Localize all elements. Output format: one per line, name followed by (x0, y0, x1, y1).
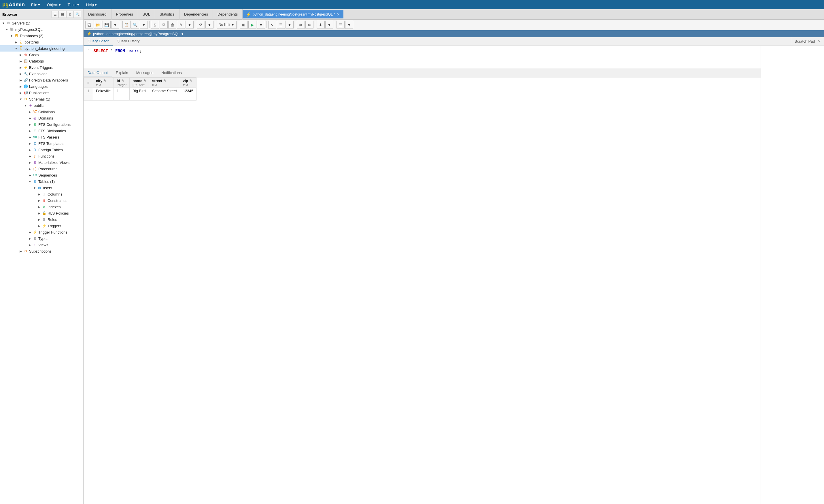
tree-triggers[interactable]: ▶ ⚡ Triggers (0, 223, 83, 229)
toolbar-save-btn[interactable]: 💾 (103, 21, 111, 29)
tree-sequences[interactable]: ▶ 1.3 Sequences (0, 172, 83, 178)
triggers-icon: ⚡ (41, 223, 47, 228)
tree-event-triggers[interactable]: ▶ ⚡ Event Triggers (0, 64, 83, 71)
toolbar-find-btn[interactable]: 🔍 (131, 21, 139, 29)
toolbar-copy-btn[interactable]: ⎘ (151, 21, 159, 29)
toolbar-edit-btn[interactable]: ✎ (177, 21, 185, 29)
toolbar-grid-btn[interactable]: ⊞ (240, 21, 248, 29)
tree-catalogs[interactable]: ▶ 📋 Catalogs (0, 58, 83, 64)
toolbar-paste-btn[interactable]: 📋 (122, 21, 130, 29)
tree-trigger-functions[interactable]: ▶ ⚡ Trigger Functions (0, 229, 83, 235)
toolbar-listview-dropdown-btn[interactable]: ▼ (286, 21, 294, 29)
tree-fts-dictionaries[interactable]: ▶ ⊟ FTS Dictionaries (0, 128, 83, 134)
tree-foreign-data-wrappers[interactable]: ▶ 🔗 Foreign Data Wrappers (0, 77, 83, 83)
toolbar-macro3-dropdown-btn[interactable]: ▼ (345, 21, 353, 29)
toolbar-macro1-btn[interactable]: ⊕ (297, 21, 305, 29)
catalogs-icon: 📋 (23, 58, 28, 64)
tree-functions[interactable]: ▶ ƒ Functions (0, 153, 83, 159)
toolbar-save-dropdown-btn[interactable]: ▼ (111, 21, 119, 29)
toolbar-open-file-btn[interactable]: 📂 (94, 21, 102, 29)
toolbar-copy2-btn[interactable]: ⧉ (160, 21, 168, 29)
tab-dependents[interactable]: Dependents (213, 9, 242, 20)
toolbar-filter-dropdown-btn[interactable]: ▼ (205, 21, 213, 29)
tree-python-db[interactable]: ▼ 🗄 python_dataengineering (0, 45, 83, 51)
th-street: street ✎ text (149, 78, 180, 88)
menu-tools[interactable]: Tools ▾ (65, 1, 82, 8)
tree-constraints[interactable]: ▶ ⊕ Constraints (0, 197, 83, 204)
tree-fts-configurations[interactable]: ▶ ⊞ FTS Configurations (0, 121, 83, 128)
toolbar-run-btn[interactable]: ▶ (248, 21, 256, 29)
toolbar-macro2-btn[interactable]: ⊗ (305, 21, 313, 29)
toolbar-no-limit-select[interactable]: No limit ▼ (217, 21, 236, 29)
tree-fts-parsers[interactable]: ▶ Aa FTS Parsers (0, 134, 83, 140)
menu-object[interactable]: Object ▾ (44, 1, 64, 8)
tree-servers[interactable]: ▼ 🖥 Servers (1) (0, 20, 83, 26)
data-tab-messages[interactable]: Messages (132, 69, 157, 77)
code-editor[interactable]: 1 SELECT * FROM users; (84, 46, 760, 69)
tab-sql[interactable]: SQL (138, 9, 155, 20)
path-bar-arrow[interactable]: ▾ (182, 32, 184, 36)
tree-mypostgresql[interactable]: ▼ 🐘 myPostgresSQL (0, 26, 83, 32)
col-name-edit-icon[interactable]: ✎ (143, 79, 146, 83)
tree-public-schema[interactable]: ▼ ◈ public (0, 102, 83, 109)
tree-postgres-db[interactable]: ▶ 🗄 postgres (0, 39, 83, 45)
tree-views[interactable]: ▶ ⊞ Views (0, 242, 83, 248)
tree-procedures[interactable]: ▶ { } Procedures (0, 165, 83, 172)
toolbar-download-dropdown-btn[interactable]: ▼ (325, 21, 333, 29)
tree-databases[interactable]: ▼ 🗄 Databases (2) (0, 32, 83, 39)
tree-subscriptions[interactable]: ▶ ⚙ Subscriptions (0, 248, 83, 254)
data-tab-notifications[interactable]: Notifications (157, 69, 186, 77)
toolbar-find-dropdown-btn[interactable]: ▼ (140, 21, 148, 29)
sidebar-grid-btn[interactable]: ⊞ (59, 11, 66, 18)
toolbar-run-dropdown-btn[interactable]: ▼ (257, 21, 265, 29)
editor-tab-query[interactable]: Query Editor (84, 37, 113, 45)
col-city-edit-icon[interactable]: ✎ (103, 79, 106, 83)
tree-types[interactable]: ▶ ⊞ Types (0, 235, 83, 242)
tree-rls-policies[interactable]: ▶ 🔒 RLS Policies (0, 210, 83, 216)
toolbar-cursor-btn[interactable]: ↖ (268, 21, 276, 29)
menu-help[interactable]: Help ▾ (83, 1, 100, 8)
tab-properties[interactable]: Properties (111, 9, 138, 20)
tree-indexes[interactable]: ▶ ⊗ Indexes (0, 204, 83, 210)
toolbar-listview-btn[interactable]: ☰ (277, 21, 285, 29)
tree-collations[interactable]: ▶ AZ Collations (0, 109, 83, 115)
tab-dashboard[interactable]: Dashboard (84, 9, 111, 20)
sidebar-copy-btn[interactable]: ⧉ (67, 11, 74, 18)
tree-rules[interactable]: ▶ ⊞ Rules (0, 216, 83, 223)
toolbar-macro3-btn[interactable]: ☰ (336, 21, 344, 29)
query-tab[interactable]: ⚡ python_dataengineering/postgres@myPost… (242, 10, 343, 18)
code-content[interactable]: SELECT * FROM users; (93, 49, 756, 66)
sidebar-list-btn[interactable]: ☰ (51, 11, 59, 18)
tree-schemas[interactable]: ▼ ⚙ Schemas (1) (0, 96, 83, 102)
tab-statistics[interactable]: Statistics (155, 9, 180, 20)
col-id-edit-icon[interactable]: ✎ (121, 79, 124, 83)
tree-casts[interactable]: ▶ ⊕ Casts (0, 51, 83, 58)
editor-tab-history[interactable]: Query History (113, 37, 143, 45)
tree-tables[interactable]: ▼ ⊞ Tables (1) (0, 178, 83, 184)
tree-publications[interactable]: ▶ 📢 Publications (0, 90, 83, 96)
toolbar-edit-dropdown-btn[interactable]: ▼ (186, 21, 194, 29)
toolbar-save-file-btn[interactable] (85, 21, 93, 29)
toolbar-download-btn[interactable]: ⬇ (317, 21, 325, 29)
toolbar-delete-btn[interactable]: 🗑 (168, 21, 176, 29)
tree-foreign-tables[interactable]: ▶ 🗋 Foreign Tables (0, 147, 83, 153)
tree-users-table[interactable]: ▼ ⊞ users (0, 184, 83, 191)
tab-dependencies[interactable]: Dependencies (180, 9, 213, 20)
col-city-type: text (96, 83, 111, 87)
scratch-pad-close-btn[interactable]: × (818, 39, 821, 44)
tree-columns[interactable]: ▶ ⊞ Columns (0, 191, 83, 197)
sidebar-search-btn[interactable]: 🔍 (74, 11, 81, 18)
menu-file[interactable]: File ▾ (28, 1, 43, 8)
data-tab-explain[interactable]: Explain (112, 69, 132, 77)
tree-fts-templates[interactable]: ▶ ⊠ FTS Templates (0, 140, 83, 147)
toolbar-filter-btn[interactable]: ⚗ (197, 21, 205, 29)
col-street-edit-icon[interactable]: ✎ (163, 79, 166, 83)
tree-extensions[interactable]: ▶ 🔧 Extensions (0, 71, 83, 77)
tree-materialized-views[interactable]: ▶ ⊞ Materialized Views (0, 159, 83, 165)
tree-languages[interactable]: ▶ 🌐 Languages (0, 83, 83, 90)
th-row-num: ⬆ (84, 78, 93, 88)
tree-domains[interactable]: ▶ ◎ Domains (0, 115, 83, 121)
query-tab-close[interactable]: ✕ (336, 12, 340, 17)
col-zip-edit-icon[interactable]: ✎ (189, 79, 192, 83)
data-tab-output[interactable]: Data Output (84, 69, 112, 77)
